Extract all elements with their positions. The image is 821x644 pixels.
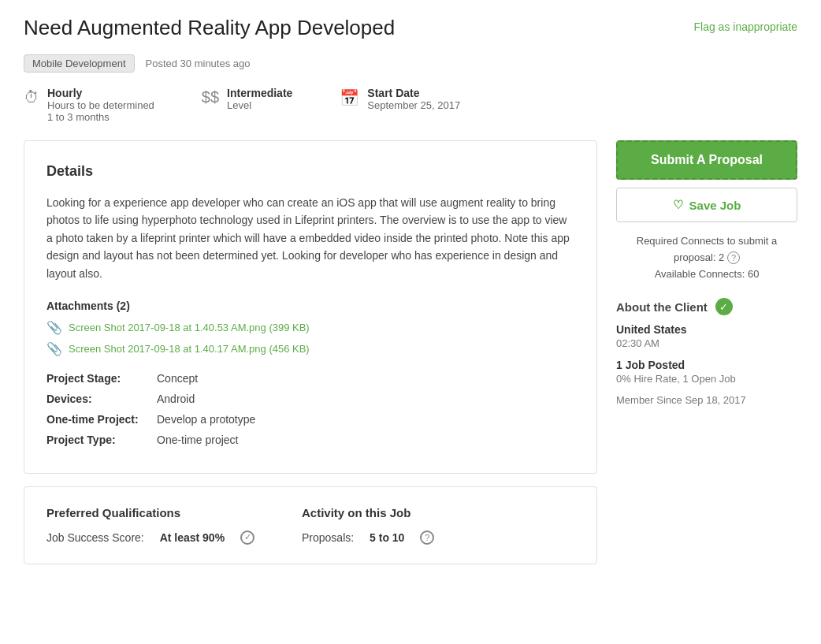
rate-type: Hourly <box>47 87 154 99</box>
client-jobs: 1 Job Posted <box>616 359 797 371</box>
connects-box: Required Connects to submit a proposal: … <box>616 233 797 282</box>
details-title: Details <box>46 163 574 180</box>
attachment-link-2[interactable]: Screen Shot 2017-09-18 at 1.40.17 AM.png… <box>69 343 310 355</box>
attachment-icon-2: 📎 <box>46 341 62 356</box>
connects-text: Required Connects to submit a proposal: … <box>637 235 777 263</box>
start-date: September 25, 2017 <box>367 99 460 111</box>
save-job-label: Save Job <box>689 199 741 212</box>
job-success-label: Job Success Score: <box>46 531 144 544</box>
available-connects: Available Connects: 60 <box>655 268 760 280</box>
save-job-button[interactable]: ♡ Save Job <box>616 188 797 222</box>
client-hire-rate: 0% Hire Rate, 1 Open Job <box>616 373 797 385</box>
project-stage-label: Project Stage: <box>46 372 157 385</box>
page-title: Need Augmented Reality App Developed <box>24 16 395 40</box>
dollar-icon: $$ <box>202 88 219 106</box>
qualifications-card: Preferred Qualifications Job Success Sco… <box>24 486 597 564</box>
proposals-info-icon[interactable]: ? <box>420 530 434 545</box>
level: Intermediate <box>227 87 292 99</box>
calendar-icon: 📅 <box>340 88 359 107</box>
connects-help-icon[interactable]: ? <box>727 251 740 264</box>
proposals-value: 5 to 10 <box>370 531 404 544</box>
devices-value: Android <box>157 393 195 405</box>
proposals-label: Proposals: <box>302 531 354 544</box>
about-client-title: About the Client <box>616 300 708 314</box>
project-type-value: One-time project <box>157 434 238 446</box>
clock-icon: ⏱ <box>24 88 39 106</box>
client-member-since: Member Since Sep 18, 2017 <box>616 394 797 406</box>
flag-link[interactable]: Flag as inappropriate <box>693 20 797 33</box>
rate-sub2: 1 to 3 months <box>47 111 154 123</box>
rate-info: ⏱ Hourly Hours to be determined 1 to 3 m… <box>24 87 154 123</box>
details-body: Looking for a experience app developer w… <box>46 194 574 282</box>
project-type-label: Project Type: <box>46 434 157 446</box>
start-date-info: 📅 Start Date September 25, 2017 <box>340 87 460 111</box>
one-time-label: One-time Project: <box>46 413 157 426</box>
one-time-value: Develop a prototype <box>157 413 255 426</box>
start-label: Start Date <box>367 87 460 99</box>
level-info: $$ Intermediate Level <box>202 87 293 111</box>
attachment-link-1[interactable]: Screen Shot 2017-09-18 at 1.40.53 AM.png… <box>69 322 310 333</box>
attachment-icon-1: 📎 <box>46 320 62 335</box>
attachment-1: 📎 Screen Shot 2017-09-18 at 1.40.53 AM.p… <box>46 320 574 335</box>
project-stage-value: Concept <box>157 372 198 385</box>
heart-icon: ♡ <box>673 198 683 212</box>
attachment-2: 📎 Screen Shot 2017-09-18 at 1.40.17 AM.p… <box>46 341 574 356</box>
job-info-row: ⏱ Hourly Hours to be determined 1 to 3 m… <box>24 87 797 123</box>
rate-sub1: Hours to be determined <box>47 99 154 111</box>
about-client-section: About the Client ✓ United States 02:30 A… <box>616 298 797 406</box>
project-meta: Project Stage: Concept Devices: Android … <box>46 372 574 446</box>
details-card: Details Looking for a experience app dev… <box>24 140 597 474</box>
job-success-value: At least 90% <box>160 531 225 544</box>
client-time: 02:30 AM <box>616 337 797 349</box>
qualifications-title: Preferred Qualifications <box>46 506 254 519</box>
verified-icon: ✓ <box>715 298 733 315</box>
posted-time: Posted 30 minutes ago <box>146 58 251 69</box>
level-sub: Level <box>227 99 292 111</box>
attachments-title: Attachments (2) <box>46 300 574 312</box>
category-badge: Mobile Development <box>24 54 135 73</box>
activity-title: Activity on this Job <box>302 506 434 519</box>
right-sidebar: Submit A Proposal ♡ Save Job Required Co… <box>616 140 797 564</box>
submit-proposal-button[interactable]: Submit A Proposal <box>616 140 797 180</box>
devices-label: Devices: <box>46 393 157 405</box>
job-success-info-icon[interactable]: ✓ <box>240 530 254 545</box>
proposals-item: Proposals: 5 to 10 ? <box>302 530 434 545</box>
client-country: United States <box>616 323 797 336</box>
meta-row: Mobile Development Posted 30 minutes ago <box>24 54 797 73</box>
about-client-header: About the Client ✓ <box>616 298 797 315</box>
job-success-item: Job Success Score: At least 90% ✓ <box>46 530 254 545</box>
